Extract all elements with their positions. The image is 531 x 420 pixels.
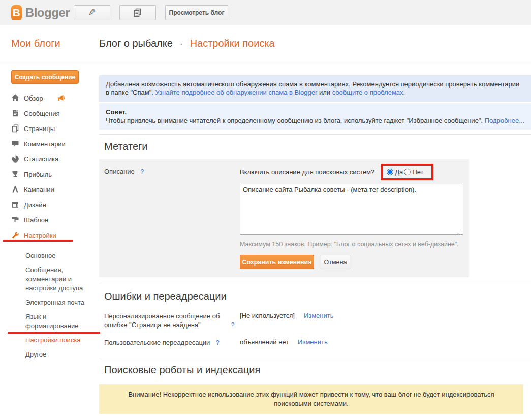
sidebar-item-comments[interactable]: Комментарии <box>0 136 99 151</box>
save-changes-button[interactable]: Сохранить изменения <box>240 255 314 269</box>
description-helper-text: Максимум 150 знаков. Пример: "Блог о соц… <box>240 241 469 248</box>
campaigns-icon <box>11 185 19 193</box>
sidebar-item-pages[interactable]: Страницы <box>0 121 99 136</box>
custom-404-value: [Не используется] <box>240 312 295 330</box>
layout-icon <box>11 201 19 209</box>
sidebar-item-label: Страницы <box>24 125 55 133</box>
sidebar-item-label: Сообщения <box>24 110 60 117</box>
radio-no-label[interactable]: Нет <box>412 168 423 176</box>
custom-404-edit-link[interactable]: Изменить <box>304 312 334 330</box>
sidebar-item-label: Кампании <box>24 186 54 193</box>
radio-yes[interactable] <box>387 169 393 175</box>
sidebar-item-label: Шаблон <box>24 216 48 224</box>
pencil-icon: ✎ <box>88 7 96 18</box>
sidebar-item-label: Обзор <box>24 94 43 102</box>
tip-more-link[interactable]: Подробнее... <box>485 117 524 124</box>
post-list-button[interactable] <box>119 5 156 20</box>
blogger-wordmark: Blogger <box>25 6 70 20</box>
sidebar-item-campaigns[interactable]: Кампании <box>0 182 99 197</box>
sidebar-subitem-posts-comments[interactable]: Сообщения, комментарии и настройки досту… <box>25 263 96 296</box>
posts-icon <box>11 109 19 117</box>
stats-icon <box>11 155 19 163</box>
enable-description-question: Включить описание для поисковых систем? <box>240 168 374 176</box>
sidebar-item-label: Настройки <box>24 232 56 239</box>
earnings-icon <box>11 170 19 178</box>
custom-404-label: Персонализированное сообщение об ошибке … <box>104 312 225 329</box>
breadcrumb-blog-name[interactable]: Блог о рыбалке <box>99 38 173 49</box>
description-form-panel: Описание ? Включить описание для поисков… <box>99 159 469 277</box>
crawlers-section-title: Поисковые роботы и индексация <box>104 364 531 376</box>
tip-text: Чтобы привлечь внимание читателей к опре… <box>106 117 483 124</box>
breadcrumb-separator: · <box>179 38 183 49</box>
sidebar-subitem-search-prefs[interactable]: Настройки поиска <box>25 333 96 347</box>
main-content: Добавлена возможность автоматического об… <box>99 63 531 419</box>
section-divider <box>99 284 531 284</box>
sidebar-item-label: Дизайн <box>24 201 46 209</box>
radio-yes-label[interactable]: Да <box>395 168 403 176</box>
red-underline-settings <box>3 240 73 242</box>
custom-404-row: Персонализированное сообщение об ошибке … <box>99 312 531 330</box>
breadcrumb: Мои блоги Блог о рыбалке · Настройки пои… <box>0 25 531 63</box>
indexing-warning-banner: Внимание! Некорректное использование эти… <box>99 384 523 414</box>
red-annotation-box: Да Нет <box>381 164 433 180</box>
blogger-logo[interactable]: B Blogger <box>11 5 70 20</box>
sidebar-subitem-email[interactable]: Электронная почта <box>25 296 96 310</box>
custom-redirects-edit-link[interactable]: Изменить <box>298 338 328 347</box>
spam-notice-banner: Добавлена возможность автоматического об… <box>99 75 531 102</box>
sidebar-item-overview[interactable]: Обзор <box>0 90 99 106</box>
custom-404-help-icon[interactable]: ? <box>231 321 235 329</box>
my-blogs-link[interactable]: Мои блоги <box>11 38 60 49</box>
announcement-megaphone-icon[interactable] <box>57 95 67 102</box>
section-divider <box>99 358 531 358</box>
errors-section-title: Ошибки и переадресации <box>104 290 531 302</box>
custom-redirects-label: Пользовательские переадресации <box>104 339 210 346</box>
spam-notice-or: или <box>319 89 330 96</box>
template-icon <box>11 216 19 224</box>
blogger-logo-icon: B <box>11 5 22 20</box>
spam-report-link[interactable]: сообщите о проблемах <box>332 89 403 96</box>
sidebar-item-label: Комментарии <box>24 140 66 148</box>
radio-no[interactable] <box>404 169 411 175</box>
metatags-section-title: Метатеги <box>104 141 531 152</box>
spam-learn-more-link[interactable]: Узнайте подробнее об обнаружении спама в… <box>155 89 318 96</box>
create-post-button[interactable]: Создать сообщение <box>11 70 79 84</box>
pages-list-icon <box>133 8 142 17</box>
sidebar-item-earnings[interactable]: Прибыль <box>0 167 99 182</box>
new-post-button[interactable]: ✎ <box>74 5 110 20</box>
sidebar-subitem-other[interactable]: Другое <box>25 347 96 362</box>
view-blog-button[interactable]: Просмотреть блог <box>165 5 228 20</box>
sidebar-item-label: Статистика <box>24 155 58 163</box>
cancel-button[interactable]: Отмена <box>321 255 350 269</box>
tip-notice-banner: Совет. Чтобы привлечь внимание читателей… <box>99 103 531 130</box>
comments-icon <box>11 140 19 148</box>
sidebar-item-stats[interactable]: Статистика <box>0 151 99 167</box>
description-label: Описание <box>104 168 135 175</box>
description-help-icon[interactable]: ? <box>140 168 144 175</box>
sidebar: Создать сообщение Обзор Сообщения <box>0 63 99 419</box>
section-divider <box>99 134 531 135</box>
tip-title: Совет. <box>106 108 524 116</box>
home-icon <box>11 94 19 102</box>
breadcrumb-current-page: Настройки поиска <box>190 38 275 49</box>
sidebar-item-label: Прибыль <box>24 171 52 178</box>
sidebar-item-template[interactable]: Шаблон <box>0 212 99 228</box>
description-textarea[interactable]: Описание сайта Рыбалка советы - (мета те… <box>240 184 463 235</box>
sidebar-subitem-basic[interactable]: Основное <box>25 249 96 263</box>
wrench-icon <box>11 231 19 239</box>
sidebar-item-posts[interactable]: Сообщения <box>0 106 99 121</box>
custom-redirects-help-icon[interactable]: ? <box>216 339 220 346</box>
top-header: B Blogger ✎ Просмотреть блог <box>0 0 531 25</box>
sidebar-item-layout[interactable]: Дизайн <box>0 197 99 212</box>
custom-redirects-value: объявлений нет <box>240 338 289 347</box>
pages-icon <box>11 124 19 133</box>
custom-redirects-row: Пользовательские переадресации ? объявле… <box>99 338 531 347</box>
red-underline-search-prefs <box>8 332 100 334</box>
sidebar-subitem-language[interactable]: Язык и форматирование <box>25 310 96 333</box>
